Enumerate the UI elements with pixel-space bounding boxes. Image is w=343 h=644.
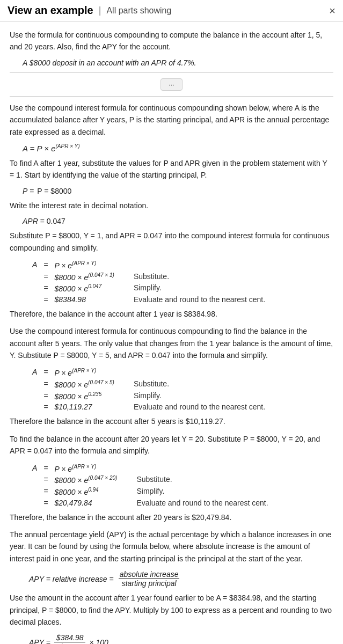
year1-steps-table: A = P × e(APR × Y) = $8000 × e(0.047 × 1…	[29, 259, 268, 305]
lhs4	[29, 294, 40, 305]
expand-button[interactable]: ···	[160, 78, 183, 91]
expr20a: P × e(APR × Y)	[52, 463, 121, 474]
eq20c: =	[40, 486, 51, 497]
label20c: Simplify.	[120, 486, 271, 497]
lhs20b	[29, 474, 40, 486]
label5d: Evaluate and round to the nearest cent.	[118, 401, 268, 412]
eq20b: =	[40, 474, 51, 486]
solution-intro: Use the compound interest formula for co…	[10, 102, 333, 138]
problem-statement: Use the formula for continuous compoundi…	[10, 29, 333, 53]
apy-formula-lhs: APY = relative increase =	[29, 575, 114, 583]
lhs1: A	[29, 259, 40, 271]
lhs20a: A	[29, 463, 40, 474]
label3: Simplify.	[118, 282, 268, 294]
label4: Evaluate and round to the nearest cent.	[118, 294, 268, 305]
expr2: $8000 × e(0.047 × 1)	[52, 271, 118, 283]
table-row: A = P × e(APR × Y)	[29, 367, 268, 378]
expr5c: $8000 × e0.235	[52, 390, 118, 402]
table-row: = $8000 × e0.235 Simplify.	[29, 390, 268, 402]
eq5d: =	[40, 401, 51, 412]
table-row: = $8000 × e(0.047 × 20) Substitute.	[29, 474, 272, 486]
table-row: = $10,119.27 Evaluate and round to the n…	[29, 401, 268, 412]
apy-calc-lhs: APY =	[29, 638, 50, 644]
apy-intro: The annual percentage yield (APY) is the…	[10, 529, 333, 565]
apy-calc-numerator: $384.98	[54, 633, 86, 642]
view-example-title: View an example	[8, 4, 93, 17]
p-value: P = P = $8000	[23, 187, 333, 195]
formula-text: A = P × e(APR × Y)	[23, 144, 80, 153]
label5a	[118, 367, 268, 378]
header: View an example | All parts showing ×	[0, 0, 343, 21]
apy-calc-times: × 100	[89, 638, 108, 644]
substitute-intro: Substitute P = $8000, Y = 1, and APR = 0…	[10, 230, 333, 254]
table-row: A = P × e(APR × Y)	[29, 463, 272, 474]
lhs20c	[29, 486, 40, 497]
year5-steps-table: A = P × e(APR × Y) = $8000 × e(0.047 × 5…	[29, 367, 268, 412]
table-row: = $20,479.84 Evaluate and round to the n…	[29, 497, 272, 508]
lhs20d	[29, 497, 40, 508]
apy-fraction: absolute increase starting principal	[119, 570, 180, 588]
p-amount: P = $8000	[37, 187, 71, 195]
header-divider: |	[99, 5, 101, 16]
apy-denominator: starting principal	[121, 579, 178, 588]
eq1: =	[40, 259, 51, 271]
label5c: Simplify.	[118, 390, 268, 402]
main-formula: A = P × e(APR × Y)	[23, 143, 333, 153]
year1-intro: To find A after 1 year, substitute the v…	[10, 157, 333, 181]
eq20a: =	[40, 463, 51, 474]
intro-text: Use the compound interest formula for co…	[10, 104, 329, 136]
expr20d: $20,479.84	[52, 497, 121, 508]
table-row: = $8000 × e(0.047 × 1) Substitute.	[29, 271, 268, 283]
interest-rate-note: Write the interest rate in decimal notat…	[10, 200, 333, 211]
table-row: = $8000 × e0.047 Simplify.	[29, 282, 268, 294]
year20-conclusion: Therefore, the balance in the account af…	[10, 511, 333, 523]
expr5a: P × e(APR × Y)	[52, 367, 118, 378]
expr20c: $8000 × e0.94	[52, 486, 121, 497]
lhs5c	[29, 390, 40, 402]
eq2: =	[40, 271, 51, 283]
label20d: Evaluate and round to the nearest cent.	[120, 497, 271, 508]
divider2	[10, 96, 333, 97]
apr-value: APR = 0.047	[23, 217, 333, 225]
problem-text: Use the formula for continuous compoundi…	[10, 31, 322, 51]
year20-steps-table: A = P × e(APR × Y) = $8000 × e(0.047 × 2…	[29, 463, 272, 508]
apy-calc: APY = $384.98 $8000 × 100	[29, 633, 333, 644]
label5b: Substitute.	[118, 378, 268, 390]
lhs5b	[29, 378, 40, 390]
expr1: P × e(APR × Y)	[52, 259, 118, 271]
close-button[interactable]: ×	[329, 5, 335, 16]
table-row: = $8000 × e(0.047 × 5) Substitute.	[29, 378, 268, 390]
apr-amount: 0.047	[47, 217, 65, 225]
apy-calc-fraction: $384.98 $8000	[54, 633, 86, 644]
eq5b: =	[40, 378, 51, 390]
apy-use-note: Use the amount in the account after 1 ye…	[10, 592, 333, 628]
problem-given: A $8000 deposit in an account with an AP…	[23, 58, 333, 67]
lhs5a: A	[29, 367, 40, 378]
label2: Substitute.	[118, 271, 268, 283]
lhs3	[29, 282, 40, 294]
year5-conclusion: Therefore the balance in the account aft…	[10, 415, 333, 427]
label20a	[120, 463, 271, 474]
expr20b: $8000 × e(0.047 × 20)	[52, 474, 121, 486]
year1-conclusion: Therefore, the balance in the account af…	[10, 308, 333, 320]
eq20d: =	[40, 497, 51, 508]
expr4: $8384.98	[52, 294, 118, 305]
year5-intro: Use the compound interest formula for co…	[10, 325, 333, 361]
table-row: A = P × e(APR × Y)	[29, 259, 268, 271]
main-content: Use the formula for continuous compoundi…	[0, 21, 343, 644]
lhs5d	[29, 401, 40, 412]
expr5b: $8000 × e(0.047 × 5)	[52, 378, 118, 390]
all-parts-showing-label: All parts showing	[106, 6, 171, 16]
divider	[10, 72, 333, 73]
expr5d: $10,119.27	[52, 401, 118, 412]
p-label: P	[23, 187, 27, 195]
label1	[118, 259, 268, 271]
lhs2	[29, 271, 40, 283]
table-row: = $8000 × e0.94 Simplify.	[29, 486, 272, 497]
eq5c: =	[40, 390, 51, 402]
apy-numerator: absolute increase	[119, 570, 180, 579]
table-row: = $8384.98 Evaluate and round to the nea…	[29, 294, 268, 305]
expr3: $8000 × e0.047	[52, 282, 118, 294]
year20-intro: To find the balance in the account after…	[10, 433, 333, 457]
eq4: =	[40, 294, 51, 305]
